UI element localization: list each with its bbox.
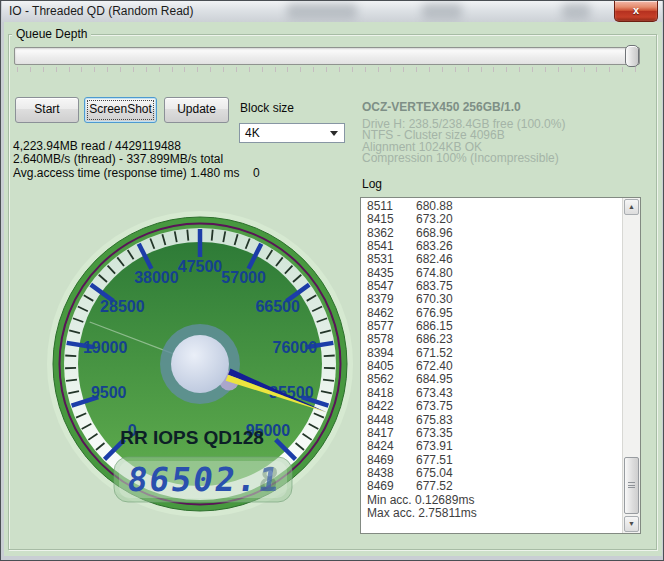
window-titlebar[interactable]: IO - Threaded QD (Random Read) (2, 1, 662, 22)
stat-throughput: 2.640MB/s (thread) - 337.899MB/s total (13, 152, 223, 166)
svg-text:28500: 28500 (100, 298, 145, 315)
drive-detail-line: Compression 100% (Incompressible) (362, 153, 565, 164)
drive-details: Drive H: 238.5/238.4GB free (100.0%) NTF… (362, 119, 565, 164)
svg-text:RR IOPS QD128: RR IOPS QD128 (120, 427, 264, 448)
log-row[interactable]: 8417673.35 (361, 427, 622, 440)
app-window: IO - Threaded QD (Random Read) x Queue D… (0, 0, 664, 561)
svg-text:76000: 76000 (273, 339, 318, 356)
block-size-dropdown[interactable]: 4K (239, 123, 345, 143)
log-rows: 8511680.888415673.208362668.968541683.26… (361, 200, 622, 520)
svg-text:86502.1: 86502.1 (125, 460, 284, 499)
log-row[interactable]: 8424673.91 (361, 440, 622, 453)
close-button[interactable]: x (614, 1, 658, 22)
log-row[interactable]: 8418673.43 (361, 387, 622, 400)
log-row[interactable]: 8405672.40 (361, 360, 622, 373)
log-row[interactable]: 8469677.51 (361, 454, 622, 467)
update-button[interactable]: Update (164, 97, 229, 123)
log-row[interactable]: 8547683.75 (361, 280, 622, 293)
iops-gauge-svg: 0950019000285003800047500570006650076000… (40, 204, 360, 524)
log-row[interactable]: 8541683.26 (361, 240, 622, 253)
log-row[interactable]: 8469677.52 (361, 480, 622, 493)
log-row[interactable]: 8435674.80 (361, 267, 622, 280)
window-title: IO - Threaded QD (Random Read) (9, 4, 194, 18)
log-row[interactable]: 8511680.88 (361, 200, 622, 213)
stat-access-time: Avg.access time (response time) 1.480 ms (13, 166, 240, 180)
scrollbar-grip (628, 482, 635, 488)
chevron-down-icon (330, 131, 338, 136)
scroll-down-icon[interactable]: ▼ (624, 516, 639, 532)
titlebar-glass-smudge (562, 3, 590, 19)
log-row[interactable]: 8379670.30 (361, 293, 622, 306)
queue-depth-slider-thumb[interactable] (625, 45, 639, 67)
scroll-up-icon[interactable]: ▲ (624, 199, 639, 215)
stat-counter: 0 (253, 166, 260, 180)
log-row[interactable]: 8448675.83 (361, 414, 622, 427)
log-row[interactable]: 8394671.52 (361, 347, 622, 360)
log-scrollbar[interactable]: ▲ ▼ (622, 198, 640, 533)
block-size-value: 4K (245, 126, 260, 140)
log-row[interactable]: 8562684.95 (361, 373, 622, 386)
log-row[interactable]: 8578686.23 (361, 333, 622, 346)
log-footer-row[interactable]: Min acc. 0.12689ms (361, 494, 622, 507)
queue-depth-slider-track[interactable] (14, 47, 640, 65)
close-icon: x (633, 4, 639, 16)
log-row[interactable]: 8415673.20 (361, 213, 622, 226)
log-row[interactable]: 8362668.96 (361, 227, 622, 240)
screenshot-button[interactable]: ScreenShot (84, 97, 157, 123)
log-row[interactable]: 8577686.15 (361, 320, 622, 333)
scrollbar-thumb[interactable] (624, 457, 639, 514)
log-listbox[interactable]: 8511680.888415673.208362668.968541683.26… (360, 197, 641, 534)
svg-text:66500: 66500 (255, 298, 300, 315)
log-row[interactable]: 8438675.04 (361, 467, 622, 480)
stat-read-total: 4,223.94MB read / 4429119488 (13, 139, 181, 153)
svg-text:9500: 9500 (91, 384, 127, 401)
log-row[interactable]: 8531682.46 (361, 253, 622, 266)
svg-text:19000: 19000 (83, 339, 128, 356)
start-button[interactable]: Start (15, 97, 79, 123)
svg-text:47500: 47500 (178, 258, 223, 275)
svg-text:38000: 38000 (134, 269, 179, 286)
titlebar-glass-smudge (422, 3, 462, 19)
client-area: Queue Depth Start ScreenShot Update Bloc… (4, 22, 662, 556)
block-size-label: Block size (240, 101, 294, 115)
log-label: Log (362, 177, 382, 191)
focus-rectangle (87, 100, 154, 120)
titlebar-glass-smudge (287, 3, 357, 19)
svg-text:57000: 57000 (221, 269, 266, 286)
drive-model-label: OCZ-VERTEX450 256GB/1.0 (362, 100, 521, 114)
log-row[interactable]: 8422673.75 (361, 400, 622, 413)
log-footer-row[interactable]: Max acc. 2.75811ms (361, 507, 622, 520)
queue-depth-slider-ticks (17, 67, 638, 73)
queue-depth-label: Queue Depth (12, 27, 91, 41)
iops-gauge: 0950019000285003800047500570006650076000… (40, 204, 360, 524)
log-row[interactable]: 8462676.95 (361, 307, 622, 320)
